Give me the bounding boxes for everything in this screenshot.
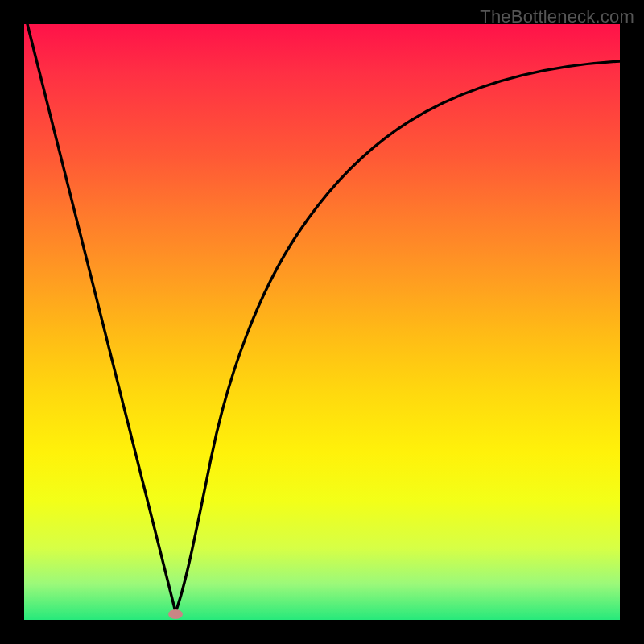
- curve-right-branch: [175, 61, 620, 612]
- watermark-text: TheBottleneck.com: [480, 6, 634, 27]
- bottleneck-curve: [24, 24, 620, 620]
- chart-frame: TheBottleneck.com: [0, 0, 644, 644]
- plot-area: [24, 24, 620, 620]
- minimum-marker: [168, 609, 183, 619]
- curve-left-branch: [27, 24, 175, 612]
